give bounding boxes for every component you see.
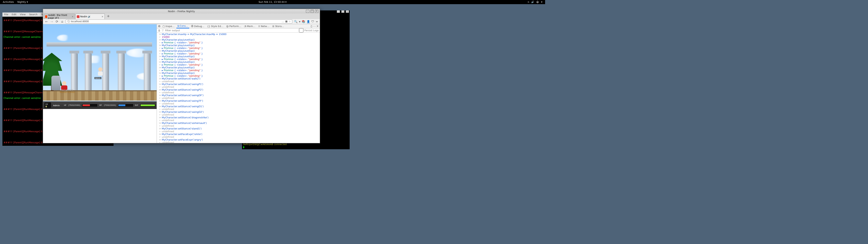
statue-icon xyxy=(51,76,60,90)
filter-funnel-icon[interactable]: ▽ xyxy=(162,29,164,32)
tab-label: Nodin xyxy=(80,15,87,18)
devtools-panel: ⯐ ▢ Inspe… ⧉ Cons… ⦿ Debug… {} Style Ed…… xyxy=(157,24,320,143)
console-output[interactable]: ≫MyCharacter.maxHp = MyCharacter.maxMp =… xyxy=(157,33,320,143)
window-close-icon[interactable]: × xyxy=(346,10,349,13)
forward-button[interactable]: → xyxy=(50,20,53,23)
console-line: ≫MyCharacter.setStance('swingO2') xyxy=(157,111,320,113)
tab-memory[interactable]: ◔ Mem… xyxy=(243,25,256,28)
console-line: ≫MyCharacter.setStance('swingTF') xyxy=(157,100,320,102)
favicon-icon xyxy=(77,15,80,18)
console-line: ≫MyCharacter.setStance('swingP2') xyxy=(157,89,320,91)
url-bar[interactable]: ⓘ localhost:8000 … ▦ ☆ xyxy=(66,19,292,24)
sidebar-icon[interactable]: 👤 xyxy=(307,20,310,23)
power-icon[interactable]: ⏻ xyxy=(536,1,539,3)
window-maximize-icon[interactable]: □ xyxy=(310,10,314,13)
tab-console[interactable]: ⧉ Cons… xyxy=(176,24,189,28)
app-menu[interactable]: Nightly ▾ xyxy=(17,1,28,3)
tab-storage[interactable]: ☰ Stora… xyxy=(271,25,285,28)
devtools-dock-icon[interactable]: ▯ xyxy=(311,25,312,28)
site-info-icon[interactable]: ⓘ xyxy=(67,20,70,23)
npc-nametag: Spiegelmann Monster Carnival xyxy=(57,89,78,93)
bookmark-star-icon[interactable]: ☆ xyxy=(289,20,291,23)
menu-edit[interactable]: Edit xyxy=(10,13,18,16)
hp-bar xyxy=(82,104,97,107)
console-line: ≫MyCharacter.maxHp = MyCharacter.maxMp =… xyxy=(157,33,320,36)
filter-input[interactable] xyxy=(165,29,298,32)
mp-text: [7500/15000] xyxy=(104,104,116,106)
console-line: ←undefined xyxy=(157,91,320,94)
gnome-panel: Activities Nightly ▾ Sun Feb 11, 13:50:4… xyxy=(0,0,545,4)
temple-structure xyxy=(67,47,151,92)
console-line: ≫MyCharacter.setStance('stand1') xyxy=(157,127,320,130)
devtools-more-icon[interactable]: ⋯ xyxy=(313,25,316,28)
hamburger-icon[interactable]: ≡ xyxy=(316,20,318,23)
window-close-icon[interactable]: × xyxy=(315,10,318,13)
tab-close-icon[interactable]: × xyxy=(72,15,74,18)
console-line: ≫MyCharacter.playLevelUp() xyxy=(157,55,320,58)
level-label: LV. 0 xyxy=(44,102,51,108)
cloud-icon xyxy=(57,35,71,41)
browser-tab[interactable]: Nodin 🔊 × xyxy=(75,14,105,19)
tab-performance[interactable]: @ Perform… xyxy=(225,25,242,28)
hp-label: HP xyxy=(64,104,66,106)
back-button[interactable]: ← xyxy=(45,20,48,23)
inspect-element-icon[interactable]: ⯐ xyxy=(158,25,161,28)
new-tab-button[interactable]: + xyxy=(106,14,111,19)
system-menu-icon[interactable]: ▾ xyxy=(541,1,542,3)
console-line: ←▸ Promise { <state>: "pending" } xyxy=(157,75,320,77)
hp-text: [7500/15000] xyxy=(68,104,80,106)
console-line: ←▸ Promise { <state>: "pending" } xyxy=(157,41,320,44)
tab-inspector[interactable]: ▢ Inspe… xyxy=(161,25,176,28)
console-line: ≫MyCharacter.playLevelUp() xyxy=(157,50,320,52)
audio-icon[interactable]: 🔊 xyxy=(88,15,91,18)
devtools-tabs: ⯐ ▢ Inspe… ⧉ Cons… ⦿ Debug… {} Style Ed…… xyxy=(157,24,320,28)
console-line: ≫MyCharacter.playLevelUp() xyxy=(157,72,320,75)
browser-tab[interactable]: reddit: the front page of t × xyxy=(44,14,75,19)
downloads-icon[interactable]: ▾ xyxy=(299,20,300,23)
console-line: ≫MyCharacter.playLevelUp() xyxy=(157,66,320,69)
menu-search[interactable]: Search xyxy=(27,13,39,16)
tab-style-editor[interactable]: {} Style Ed… xyxy=(206,25,225,28)
tab-debugger[interactable]: ⦿ Debug… xyxy=(190,25,206,28)
devtools-close-icon[interactable]: × xyxy=(316,25,319,28)
console-line: ≫MyCharacter.setFaceExpr('smile') xyxy=(157,133,320,136)
home-button[interactable]: ⌂ xyxy=(60,20,64,23)
console-line: ≫MyCharacter.setStance('somersault') xyxy=(157,122,320,125)
console-line: ←undefined xyxy=(157,136,320,138)
activities-button[interactable]: Activities xyxy=(3,1,14,3)
console-line: ←▸ Promise { <state>: "pending" } xyxy=(157,58,320,61)
trash-icon[interactable]: 🗑 xyxy=(158,29,160,32)
search-icon[interactable]: 🔍 xyxy=(294,20,298,23)
exp-bar xyxy=(140,104,155,107)
page-actions-icon[interactable]: … xyxy=(282,20,284,23)
console-line: ←undefined xyxy=(157,97,320,100)
reload-button[interactable]: ⟳ xyxy=(55,20,59,23)
reader-mode-icon[interactable]: ▦ xyxy=(285,20,287,23)
url-text[interactable]: localhost:8000 xyxy=(71,20,281,23)
console-line: ≫MyCharacter.setStance('swingP1') xyxy=(157,83,320,86)
tray-icon[interactable]: ⎋ xyxy=(528,1,529,3)
tab-close-icon[interactable]: × xyxy=(101,15,103,18)
window-title: Nodin - Firefox Nightly xyxy=(168,10,195,13)
console-line: ≫MyCharacter.setStance('swingO1') xyxy=(157,105,320,108)
console-filter-bar: 🗑 ▽ Persist Logs xyxy=(157,28,320,33)
window-minimize-icon[interactable]: – xyxy=(306,10,309,13)
console-line: ←undefined xyxy=(157,86,320,89)
console-line: ≫MyCharacter.playLevelUp() xyxy=(157,44,320,47)
clock[interactable]: Sun Feb 11, 13:50:44 ▾ xyxy=(259,1,287,3)
shield-icon[interactable]: 🛡 xyxy=(311,20,314,23)
persist-logs-checkbox[interactable]: Persist Logs xyxy=(299,28,319,33)
console-line: ←▸ Promise { <state>: "pending" } xyxy=(157,47,320,50)
player-nametag: Admin xyxy=(94,77,101,79)
game-canvas[interactable]: Spiegelmann Monster Carnival Admin LV. 0… xyxy=(43,24,157,109)
menu-view[interactable]: View xyxy=(18,13,27,16)
player-sprite[interactable] xyxy=(98,69,103,76)
window-titlebar[interactable]: Nodin - Firefox Nightly – □ × xyxy=(43,9,320,14)
library-icon[interactable]: 📚 xyxy=(302,20,305,23)
mp-bar xyxy=(118,104,133,107)
tab-network[interactable]: ↕ Netw… xyxy=(257,25,270,28)
window-minimize-icon[interactable]: – xyxy=(337,10,340,13)
menu-file[interactable]: File xyxy=(2,13,10,16)
sound-icon[interactable]: 🔊 xyxy=(531,1,534,3)
window-maximize-icon[interactable]: □ xyxy=(341,10,344,13)
